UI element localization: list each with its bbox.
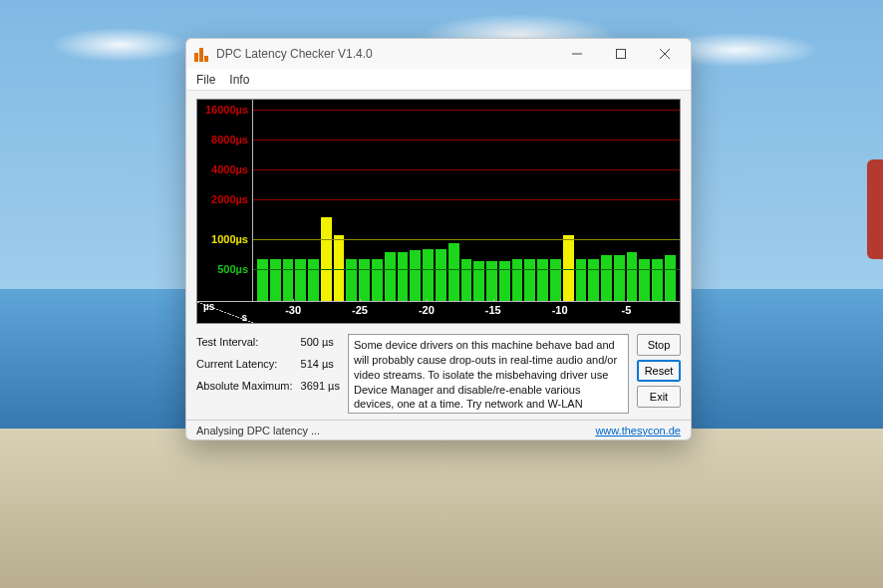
latency-bar [563, 235, 574, 301]
wallpaper-beach [0, 429, 883, 588]
x-tick-label: -20 [419, 304, 435, 316]
latency-bar [283, 259, 294, 301]
latency-bar [473, 261, 484, 301]
gridline [253, 239, 680, 240]
absolute-max-value: 3691 µs [301, 380, 340, 392]
x-tick-mark [560, 299, 561, 302]
maximize-icon [616, 49, 626, 59]
axis-unit-box: µs s [197, 301, 253, 323]
latency-bar [385, 252, 396, 301]
gridline [253, 199, 680, 200]
latency-bar [486, 261, 497, 301]
y-tick-label: 8000µs [211, 134, 248, 146]
test-interval-value: 500 µs [301, 336, 340, 348]
lower-panel: Test Interval: 500 µs Current Latency: 5… [186, 330, 691, 420]
latency-bar [627, 252, 638, 301]
latency-bar [448, 243, 459, 301]
latency-bar [359, 259, 370, 301]
x-tick-mark [293, 299, 294, 302]
latency-bar [346, 259, 357, 301]
x-tick-label: -5 [622, 304, 632, 316]
gridline [253, 269, 680, 270]
latency-bar [652, 259, 663, 301]
reset-button[interactable]: Reset [637, 360, 681, 382]
x-tick-label: -30 [285, 304, 301, 316]
gridline [253, 169, 680, 170]
stop-button[interactable]: Stop [637, 334, 681, 356]
action-buttons: Stop Reset Exit [637, 334, 681, 414]
menu-info[interactable]: Info [229, 73, 249, 87]
stats-panel: Test Interval: 500 µs Current Latency: 5… [196, 334, 340, 414]
latency-bar [665, 255, 676, 301]
current-latency-label: Current Latency: [196, 358, 293, 370]
vendor-link[interactable]: www.thesycon.de [595, 425, 681, 437]
y-unit-label: µs [203, 301, 214, 312]
menu-file[interactable]: File [196, 73, 215, 87]
x-tick-label: -10 [552, 304, 568, 316]
latency-bar [334, 235, 345, 301]
window-controls [555, 39, 687, 69]
latency-bar [537, 259, 548, 301]
bars-container [257, 100, 676, 301]
y-tick-label: 4000µs [211, 163, 248, 175]
latency-bar [308, 259, 319, 301]
y-tick-label: 500µs [217, 263, 248, 275]
plot-area [253, 100, 680, 301]
x-unit-label: s [241, 312, 247, 323]
y-tick-label: 1000µs [211, 233, 248, 245]
current-latency-value: 514 µs [301, 358, 340, 370]
latency-bar [321, 217, 332, 301]
maximize-button[interactable] [599, 39, 643, 69]
latency-bar [576, 259, 587, 301]
latency-bar [436, 249, 446, 301]
latency-bar [512, 259, 523, 301]
latency-bar [499, 261, 510, 301]
latency-bar [372, 259, 383, 301]
x-tick-label: -25 [352, 304, 368, 316]
exit-button[interactable]: Exit [637, 386, 681, 408]
latency-bar [295, 259, 306, 301]
latency-bar [550, 259, 561, 301]
latency-bar [614, 255, 625, 301]
statusbar: Analysing DPC latency ... www.thesycon.d… [186, 420, 691, 440]
latency-bar [588, 259, 599, 301]
minimize-icon [572, 49, 582, 59]
test-interval-label: Test Interval: [196, 336, 293, 348]
gridline [253, 110, 680, 111]
latency-bar [423, 249, 434, 301]
y-tick-label: 2000µs [211, 193, 248, 205]
latency-bar [601, 255, 612, 301]
feedback-tab[interactable] [867, 159, 883, 259]
latency-bar [524, 259, 535, 301]
x-tick-mark [493, 299, 494, 302]
close-button[interactable] [643, 39, 687, 69]
x-tick-mark [627, 299, 628, 302]
window-title: DPC Latency Checker V1.4.0 [216, 47, 555, 61]
latency-chart: 16000µs8000µs4000µs2000µs1000µs500µs µs … [196, 99, 681, 324]
info-text: Some device drivers on this machine beha… [348, 334, 629, 414]
latency-bar [461, 259, 472, 301]
absolute-max-label: Absolute Maximum: [196, 380, 293, 392]
y-axis-labels: 16000µs8000µs4000µs2000µs1000µs500µs [197, 100, 253, 301]
app-icon [194, 46, 210, 62]
x-tick-mark [360, 299, 361, 302]
latency-bar [410, 250, 421, 301]
svg-rect-1 [617, 50, 626, 59]
x-tick-label: -15 [485, 304, 501, 316]
x-axis: µs s -30-25-20-15-10-5 [197, 301, 680, 323]
menubar: File Info [186, 69, 691, 91]
close-icon [660, 49, 670, 59]
gridline [253, 140, 680, 141]
minimize-button[interactable] [555, 39, 599, 69]
latency-bar [398, 252, 409, 301]
x-ticks: -30-25-20-15-10-5 [253, 301, 680, 323]
latency-bar [257, 259, 268, 301]
y-tick-label: 16000µs [205, 104, 248, 116]
latency-bar [270, 259, 281, 301]
app-window: DPC Latency Checker V1.4.0 File Info 160… [185, 38, 692, 441]
x-tick-mark [427, 299, 428, 302]
status-text: Analysing DPC latency ... [196, 425, 595, 437]
titlebar[interactable]: DPC Latency Checker V1.4.0 [186, 39, 691, 69]
latency-bar [639, 259, 650, 301]
